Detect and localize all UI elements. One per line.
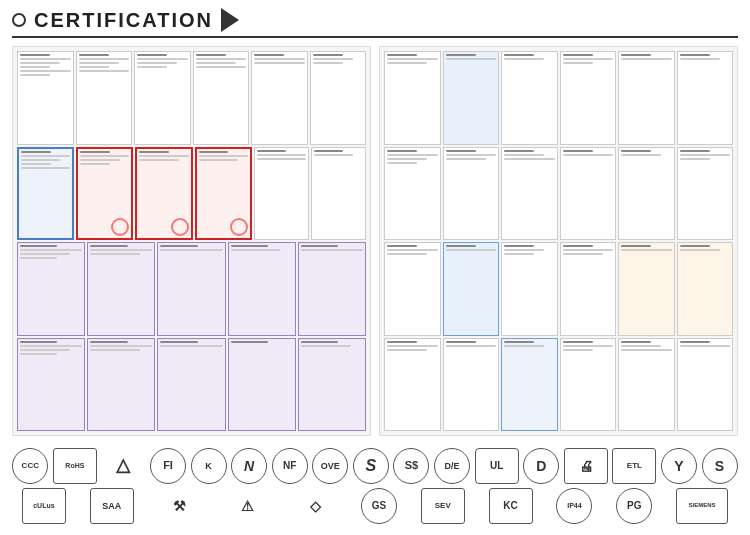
y-logo: Y: [661, 448, 697, 484]
cert-doc: [384, 147, 441, 241]
culus-logo: cULus: [22, 488, 66, 524]
cert-doc: [157, 242, 225, 336]
cert-doc: [311, 147, 366, 241]
cert-doc: [560, 51, 617, 145]
cert-doc: [157, 338, 225, 432]
saa-logo: SAA: [90, 488, 134, 524]
kc-logo: KC: [489, 488, 533, 524]
ove-logo: OVE: [312, 448, 348, 484]
de-logo: D/E: [434, 448, 470, 484]
right-cert-panel: [379, 46, 738, 436]
warning-logo: ⚠: [225, 488, 269, 524]
cert-doc: [443, 51, 500, 145]
cert-doc: [87, 242, 155, 336]
cert-doc: [560, 242, 617, 336]
section-header: CERTIFICATION: [12, 8, 738, 38]
cert-doc: [384, 242, 441, 336]
ip44-logo: IP44: [556, 488, 592, 524]
cert-doc: [254, 147, 309, 241]
etl-logo: ETL: [612, 448, 656, 484]
cert-row-r1: [384, 51, 733, 145]
cert-doc: [17, 51, 74, 145]
cert-doc: [677, 338, 734, 432]
tool-logo: ⚒: [158, 488, 202, 524]
s-logo: S: [353, 448, 389, 484]
cert-doc: [618, 147, 675, 241]
cert-doc: [443, 147, 500, 241]
cert-doc: [501, 242, 558, 336]
right-cert-grid: [380, 47, 737, 435]
nf-logo: NF: [272, 448, 308, 484]
s3-logo: S: [702, 448, 738, 484]
cert-doc: [135, 147, 192, 241]
left-cert-grid: [13, 47, 370, 435]
gs-logo: GS: [361, 488, 397, 524]
k-logo: K: [191, 448, 227, 484]
cert-doc: [193, 51, 250, 145]
cert-doc: [298, 338, 366, 432]
cert-doc: [17, 338, 85, 432]
cert-row-r2: [384, 147, 733, 241]
ccc-logo: CCC: [12, 448, 48, 484]
cert-row-1: [17, 51, 366, 145]
cert-doc: [228, 242, 296, 336]
n-logo: N: [231, 448, 267, 484]
cert-doc: [228, 338, 296, 432]
cert-doc: [560, 338, 617, 432]
cert-row-4: [17, 338, 366, 432]
cert-doc: [134, 51, 191, 145]
cert-doc: [618, 242, 675, 336]
ul-logo: UL: [475, 448, 519, 484]
cert-doc: [384, 338, 441, 432]
cert-doc: [618, 338, 675, 432]
cert-doc: [560, 147, 617, 241]
pg-logo: PG: [616, 488, 652, 524]
certification-page: CERTIFICATION: [0, 0, 750, 535]
cert-doc: [298, 242, 366, 336]
cert-doc: [17, 147, 74, 241]
print-logo: 🖨: [564, 448, 608, 484]
left-cert-panel: [12, 46, 371, 436]
cert-row-r4: [384, 338, 733, 432]
triangle-logo: △: [101, 448, 145, 484]
cert-doc: [501, 147, 558, 241]
cert-doc: [384, 51, 441, 145]
header-arrow-icon: [221, 8, 239, 32]
cert-doc: [501, 338, 558, 432]
cert-doc: [17, 242, 85, 336]
cert-doc: [76, 51, 133, 145]
siemens-logo: SIEMENS: [676, 488, 728, 524]
cert-row-3: [17, 242, 366, 336]
cert-doc: [501, 51, 558, 145]
rohs-logo: RoHS: [53, 448, 97, 484]
cert-doc: [677, 242, 734, 336]
diamond-logo: ◇: [293, 488, 337, 524]
fi-logo: FI: [150, 448, 186, 484]
cert-doc: [251, 51, 308, 145]
certificates-area: [12, 46, 738, 436]
section-title: CERTIFICATION: [34, 9, 213, 32]
cert-doc: [195, 147, 252, 241]
cert-row-r3: [384, 242, 733, 336]
cert-row-2: [17, 147, 366, 241]
sev-logo: SEV: [421, 488, 465, 524]
cert-doc: [76, 147, 133, 241]
cert-doc: [87, 338, 155, 432]
cert-doc: [677, 147, 734, 241]
cert-doc: [618, 51, 675, 145]
cert-doc: [443, 338, 500, 432]
cert-doc: [443, 242, 500, 336]
header-circle-icon: [12, 13, 26, 27]
d-logo: D: [523, 448, 559, 484]
s2-logo: S$: [393, 448, 429, 484]
cert-doc: [310, 51, 367, 145]
certification-logos: CCC RoHS △ FI K N NF OVE S S$ D/E UL D 🖨…: [12, 444, 738, 528]
cert-doc: [677, 51, 734, 145]
